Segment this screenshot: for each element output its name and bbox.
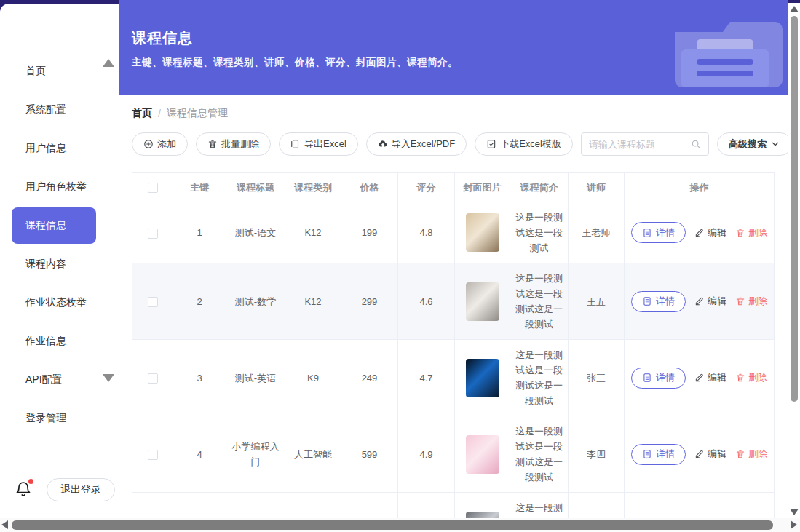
breadcrumb-home[interactable]: 首页 (132, 107, 152, 120)
cell-id: 3 (173, 340, 226, 416)
delete-button[interactable]: 删除 (735, 448, 767, 461)
delete-button[interactable]: 删除 (735, 295, 767, 308)
row-checkbox[interactable] (148, 297, 158, 307)
cell-actions: 详情 编辑 删除 (625, 202, 775, 263)
search-icon[interactable] (691, 139, 701, 149)
sidebar-item-course-content[interactable]: 课程内容 (12, 246, 96, 282)
cell-price: 299 (341, 263, 398, 340)
cell-title: 测试-数学 (226, 263, 285, 340)
edit-button[interactable]: 编辑 (694, 371, 726, 384)
search-input[interactable] (589, 139, 686, 150)
table-row: 5 测试-政治 K9 350 4.5 这是一段测试这是一段测试这是一段测试 王五… (132, 493, 775, 519)
import-excel-pdf-button[interactable]: 导入Excel/PDF (366, 132, 467, 156)
add-button[interactable]: 添加 (132, 132, 188, 156)
cell-rating: 4.7 (398, 340, 455, 416)
cell-price: 350 (341, 493, 398, 519)
sidebar-item-api-config[interactable]: API配置 (12, 362, 96, 398)
sidebar-scroll-down-icon[interactable] (103, 374, 114, 382)
sidebar-item-user-role-enum[interactable]: 用户角色枚举 (12, 169, 96, 205)
detail-button[interactable]: 详情 (631, 222, 686, 243)
trash-icon (207, 139, 218, 149)
detail-button[interactable]: 详情 (631, 444, 686, 465)
cell-rating: 4.6 (398, 263, 455, 340)
cell-cover (455, 202, 510, 263)
cell-category: K9 (285, 493, 341, 519)
plus-circle-icon (143, 139, 154, 149)
edit-button[interactable]: 编辑 (694, 448, 726, 461)
cell-title: 测试-英语 (226, 340, 285, 416)
header-checkbox-cell (132, 173, 173, 202)
select-all-checkbox[interactable] (148, 183, 158, 193)
edit-button[interactable]: 编辑 (694, 226, 726, 239)
download-template-button[interactable]: 下载Excel模版 (475, 132, 573, 156)
horizontal-scrollbar[interactable] (0, 518, 788, 532)
export-document-icon (290, 139, 301, 149)
cell-teacher: 王老师 (569, 202, 625, 263)
delete-button[interactable]: 删除 (735, 371, 767, 384)
cell-intro: 这是一段测试这是一段测试这是一段测试 (510, 416, 569, 493)
cell-rating: 4.5 (398, 493, 455, 519)
cell-price: 199 (341, 202, 398, 263)
delete-button[interactable]: 删除 (735, 226, 767, 239)
cover-image (466, 213, 499, 252)
sidebar: 首页 系统配置 用户信息 用户角色枚举 课程信息 课程内容 作业状态枚举 作业信… (0, 4, 119, 518)
cell-cover (455, 263, 510, 340)
scroll-right-arrow-icon[interactable] (791, 520, 797, 529)
row-checkbox[interactable] (148, 373, 158, 384)
sidebar-item-user-info[interactable]: 用户信息 (12, 130, 96, 167)
sidebar-item-login-manage[interactable]: 登录管理 (12, 400, 96, 437)
cell-intro: 这是一段测试这是一段测试这是一段测试 (510, 340, 569, 416)
detail-document-icon (642, 449, 652, 459)
cell-title: 小学编程入门 (226, 416, 285, 493)
cell-actions: 详情 编辑 删除 (625, 340, 775, 416)
logout-button[interactable]: 退出登录 (47, 478, 115, 501)
scroll-up-arrow-icon[interactable] (790, 6, 799, 12)
sidebar-menu: 首页 系统配置 用户信息 用户角色枚举 课程信息 课程内容 作业状态枚举 作业信… (0, 4, 119, 461)
column-header-price: 价格 (341, 173, 398, 202)
sidebar-item-homework-info[interactable]: 作业信息 (12, 323, 96, 360)
detail-button[interactable]: 详情 (631, 291, 686, 312)
column-header-cover: 封面图片 (455, 173, 510, 202)
edit-pencil-icon (694, 296, 705, 306)
sidebar-item-homework-status-enum[interactable]: 作业状态枚举 (12, 285, 96, 321)
row-checkbox[interactable] (148, 229, 158, 239)
sidebar-scroll-up-icon[interactable] (103, 59, 114, 67)
scroll-down-arrow-icon[interactable] (790, 509, 799, 515)
horizontal-scrollbar-thumb[interactable] (12, 520, 773, 530)
row-checkbox[interactable] (148, 450, 158, 460)
detail-button[interactable]: 详情 (631, 368, 686, 389)
course-table: 主键 课程标题 课程类别 价格 评分 封面图片 课程简介 讲师 操作 1 测试-… (132, 172, 774, 518)
cell-cover (455, 340, 510, 416)
notification-bell-icon[interactable] (15, 480, 33, 499)
cell-id: 5 (173, 493, 226, 519)
advanced-search-button[interactable]: 高级搜索 (717, 132, 788, 156)
edit-pencil-icon (694, 373, 705, 383)
cell-title: 测试-语文 (226, 202, 285, 263)
sidebar-item-home[interactable]: 首页 (12, 53, 96, 90)
cell-intro: 这是一段测试这是一段测试 (510, 202, 569, 263)
table-row: 1 测试-语文 K12 199 4.8 这是一段测试这是一段测试 王老师 详情 … (132, 202, 775, 263)
batch-delete-button[interactable]: 批量删除 (196, 132, 271, 156)
trash-icon (735, 449, 745, 459)
column-header-teacher: 讲师 (569, 173, 625, 202)
cell-actions: 详情 编辑 删除 (625, 263, 775, 340)
column-header-rating: 评分 (398, 173, 455, 202)
cell-cover (455, 416, 510, 493)
cell-cover (455, 493, 510, 519)
cell-title: 测试-政治 (226, 493, 285, 519)
scroll-left-arrow-icon[interactable] (1, 520, 8, 529)
sidebar-item-system-config[interactable]: 系统配置 (12, 92, 96, 128)
column-header-intro: 课程简介 (510, 173, 569, 202)
trash-icon (735, 373, 745, 383)
column-header-category: 课程类别 (285, 173, 341, 202)
edit-button[interactable]: 编辑 (694, 295, 726, 308)
edit-pencil-icon (694, 449, 705, 459)
sidebar-item-course-info[interactable]: 课程信息 (12, 207, 96, 244)
cloud-upload-icon (378, 139, 388, 149)
vertical-scrollbar-thumb[interactable] (791, 16, 798, 402)
cell-actions: 详情 编辑 删除 (625, 493, 775, 519)
vertical-scrollbar[interactable] (788, 3, 800, 518)
trash-icon (735, 296, 745, 306)
export-excel-button[interactable]: 导出Excel (279, 132, 358, 156)
folder-icon (668, 17, 783, 87)
